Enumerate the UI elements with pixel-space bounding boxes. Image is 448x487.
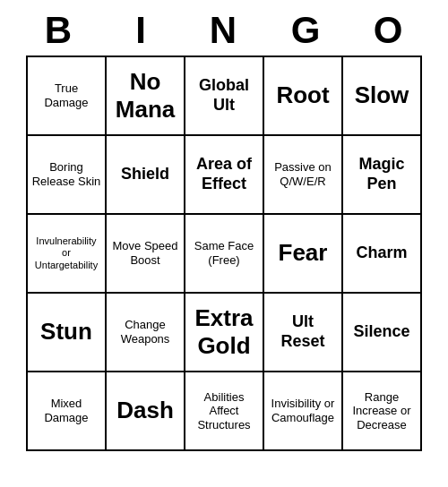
cell-3: Root [264,57,343,136]
cell-23: Invisibility or Camouflage [264,372,343,451]
cell-24: Range Increase or Decrease [343,372,422,451]
title-letter-g: G [267,9,346,52]
cell-2: Global Ult [185,57,264,136]
title-letter-o: O [349,9,428,52]
bingo-title: BINGO [18,9,430,52]
cell-10: Invulnerability or Untargetability [28,215,107,294]
cell-21: Dash [107,372,185,451]
cell-22: Abilities Affect Structures [185,372,264,451]
cell-11: Move Speed Boost [107,215,185,294]
cell-0: True Damage [28,57,107,136]
cell-7: Area of Effect [185,136,264,215]
cell-5: Boring Release Skin [28,136,107,215]
title-letter-i: I [102,9,181,52]
cell-4: Slow [343,57,422,136]
cell-14: Charm [343,215,422,294]
cell-15: Stun [28,294,107,372]
title-letter-b: B [20,9,99,52]
cell-20: Mixed Damage [28,372,107,451]
cell-18: Ult Reset [264,294,343,372]
cell-16: Change Weapons [107,294,185,372]
cell-13: Fear [264,215,343,294]
cell-6: Shield [107,136,185,215]
cell-17: Extra Gold [185,294,264,372]
cell-19: Silence [343,294,422,372]
cell-8: Passive on Q/W/E/R [264,136,343,215]
cell-9: Magic Pen [343,136,422,215]
cell-12: Same Face (Free) [185,215,264,294]
title-letter-n: N [185,9,263,52]
cell-1: No Mana [107,57,185,136]
bingo-grid: True DamageNo ManaGlobal UltRootSlowBori… [26,56,422,451]
